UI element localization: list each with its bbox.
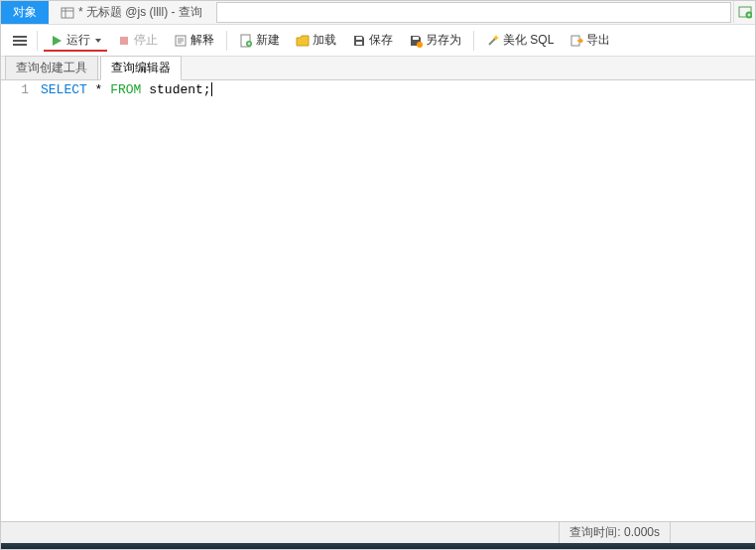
save-button[interactable]: 保存 bbox=[346, 29, 399, 52]
svg-rect-17 bbox=[356, 37, 362, 40]
separator bbox=[473, 31, 474, 51]
line-number: 1 bbox=[1, 82, 29, 97]
separator bbox=[37, 31, 38, 51]
export-button[interactable]: 导出 bbox=[564, 29, 616, 52]
window-frame-bottom bbox=[1, 543, 755, 549]
run-label: 运行 bbox=[66, 32, 90, 49]
save-as-icon bbox=[409, 34, 423, 48]
load-button[interactable]: 加载 bbox=[290, 29, 342, 52]
save-as-button[interactable]: 另存为 bbox=[403, 29, 467, 52]
load-label: 加载 bbox=[313, 32, 336, 49]
status-query-time-label: 查询时间: 0.000s bbox=[569, 524, 660, 541]
search-area[interactable] bbox=[216, 2, 731, 23]
add-tab-button[interactable] bbox=[733, 1, 755, 23]
beautify-button[interactable]: 美化 SQL bbox=[480, 29, 560, 52]
explain-label: 解释 bbox=[190, 32, 214, 49]
code-rest: student; bbox=[141, 82, 210, 97]
svg-rect-19 bbox=[413, 37, 419, 40]
query-icon bbox=[61, 6, 74, 20]
svg-line-21 bbox=[489, 38, 496, 45]
tab-objects-label: 对象 bbox=[13, 4, 37, 21]
save-label: 保存 bbox=[369, 32, 393, 49]
new-label: 新建 bbox=[256, 32, 280, 49]
explain-icon bbox=[174, 34, 188, 48]
svg-rect-0 bbox=[62, 8, 73, 18]
tab-query-builder-label: 查询创建工具 bbox=[16, 61, 87, 74]
line-gutter: 1 bbox=[1, 80, 37, 521]
stop-button[interactable]: 停止 bbox=[111, 29, 164, 52]
explain-button[interactable]: 解释 bbox=[168, 29, 220, 52]
text-cursor bbox=[211, 82, 212, 96]
new-icon bbox=[239, 34, 253, 48]
separator bbox=[226, 31, 227, 51]
svg-marker-7 bbox=[53, 36, 62, 46]
code-area[interactable]: SELECT * FROM student; bbox=[37, 80, 755, 521]
beautify-label: 美化 SQL bbox=[503, 32, 554, 49]
tab-query-builder[interactable]: 查询创建工具 bbox=[5, 56, 98, 79]
export-label: 导出 bbox=[586, 32, 610, 49]
svg-rect-8 bbox=[120, 37, 128, 45]
tab-query-editor-label: 查询编辑器 bbox=[111, 61, 171, 74]
export-icon bbox=[569, 34, 583, 48]
stop-label: 停止 bbox=[134, 32, 158, 49]
wand-icon bbox=[486, 34, 500, 48]
save-icon bbox=[352, 34, 366, 48]
new-button[interactable]: 新建 bbox=[233, 29, 286, 52]
chevron-down-icon bbox=[95, 39, 101, 43]
sub-tabs: 查询创建工具 查询编辑器 bbox=[1, 57, 755, 80]
keyword-from: FROM bbox=[110, 82, 141, 97]
stop-icon bbox=[117, 34, 131, 48]
folder-icon bbox=[296, 34, 310, 48]
tab-objects[interactable]: 对象 bbox=[1, 1, 49, 24]
status-bar: 查询时间: 0.000s bbox=[1, 521, 755, 543]
tab-query-label: * 无标题 @js (llll) - 查询 bbox=[78, 4, 202, 21]
tab-bar: 对象 * 无标题 @js (llll) - 查询 bbox=[1, 1, 755, 25]
status-empty bbox=[670, 522, 749, 543]
play-icon bbox=[50, 34, 63, 48]
tab-query-editor[interactable]: 查询编辑器 bbox=[100, 56, 182, 80]
status-query-time: 查询时间: 0.000s bbox=[559, 522, 670, 543]
code-star: * bbox=[87, 82, 110, 97]
toolbar: 运行 停止 解释 新建 加载 保存 另存为 bbox=[1, 25, 755, 57]
run-button[interactable]: 运行 bbox=[44, 29, 107, 52]
sql-editor[interactable]: 1 SELECT * FROM student; bbox=[1, 80, 755, 521]
svg-point-20 bbox=[417, 42, 423, 48]
keyword-select: SELECT bbox=[41, 82, 87, 97]
save-as-label: 另存为 bbox=[426, 32, 461, 49]
tab-query[interactable]: * 无标题 @js (llll) - 查询 bbox=[49, 1, 214, 24]
menu-button[interactable] bbox=[9, 32, 31, 50]
svg-rect-18 bbox=[356, 42, 362, 45]
